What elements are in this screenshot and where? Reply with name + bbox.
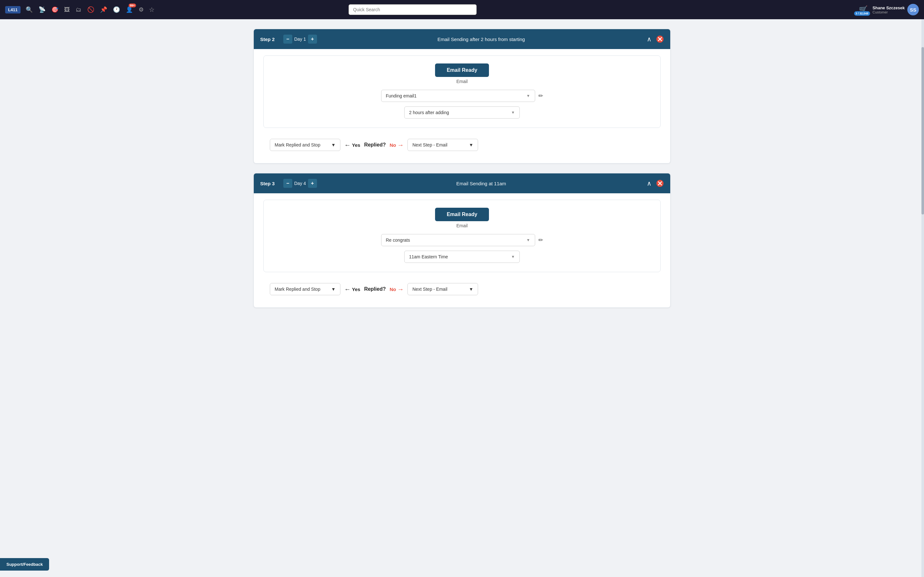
step2-no-label: No <box>389 142 396 148</box>
step3-label: Step 3 <box>260 181 279 186</box>
step2-replied-row: Mark Replied and Stop ▼ ← Yes Replied? N… <box>263 134 661 155</box>
step3-email-selects: Re congrats ▼ ✏ 11am Eastern Time ▼ <box>273 234 651 263</box>
step3-no-label: No <box>389 287 396 292</box>
badge-icon-wrap: 👤 99+ <box>126 6 133 13</box>
step2-body: Email Ready Email Funding email1 ▼ ✏ 2 h… <box>254 49 670 163</box>
step3-no-value: Next Step - Email <box>412 287 447 292</box>
step2-time-value: 2 hours after adding <box>409 110 449 115</box>
support-feedback-btn[interactable]: Support/Feedback <box>0 558 49 571</box>
step2-day-minus[interactable]: − <box>283 35 292 44</box>
step3-replied-label: Replied? <box>364 286 386 292</box>
step2-label: Step 2 <box>260 37 279 42</box>
step3-body: Email Ready Email Re congrats ▼ ✏ 11am E… <box>254 193 670 308</box>
notification-badge: 99+ <box>129 3 136 7</box>
scrollbar-track <box>921 19 924 577</box>
step2-email-dropdown[interactable]: Funding email1 ▼ <box>381 90 535 102</box>
step3-email-dropdown[interactable]: Re congrats ▼ <box>381 234 535 246</box>
step3-no-arrow: No → <box>389 285 404 293</box>
feed-icon[interactable]: 📡 <box>39 6 45 13</box>
step3-no-dropdown[interactable]: Next Step - Email ▼ <box>407 283 478 295</box>
step2-header-actions: ∧ <box>646 34 664 44</box>
scrollbar-thumb[interactable] <box>921 47 924 214</box>
step2-right-arrow-icon: → <box>397 141 404 149</box>
user-text: Shane Szczesek Customer <box>873 5 905 14</box>
favorite-icon[interactable]: ☆ <box>149 6 155 13</box>
step3-day-plus[interactable]: + <box>308 179 317 188</box>
step3-yes-arrow: ← Yes <box>344 285 360 293</box>
step3-email-ready-card: Email Ready Email Re congrats ▼ ✏ 11am E… <box>263 200 661 272</box>
cart-icon-wrap[interactable]: 🛒 3 / 32,048 <box>859 5 867 14</box>
step3-right-arrow-icon: → <box>397 285 404 293</box>
user-role: Customer <box>873 10 905 14</box>
avatar[interactable]: SS <box>907 4 919 15</box>
step3-delete-btn[interactable] <box>656 179 664 187</box>
user-name: Shane Szczesek <box>873 5 905 10</box>
pin-icon[interactable]: 📌 <box>100 6 107 13</box>
step3-email-ready-btn[interactable]: Email Ready <box>435 208 489 221</box>
clock-icon[interactable]: 🕐 <box>113 6 120 13</box>
step2-yes-dropdown[interactable]: Mark Replied and Stop ▼ <box>270 139 341 151</box>
step3-header: Step 3 − Day 4 + Email Sending at 11am ∧ <box>254 173 670 193</box>
gear-icon[interactable]: ⚙ <box>139 6 144 13</box>
step3-day-ctrl: − Day 4 + <box>283 179 317 188</box>
step3-email-type: Email <box>456 223 467 228</box>
step2-time-dropdown[interactable]: 2 hours after adding ▼ <box>404 106 520 119</box>
step3-email-select-row: Re congrats ▼ ✏ <box>381 234 543 246</box>
no-icon[interactable]: 🚫 <box>87 6 94 13</box>
step2-email-value: Funding email1 <box>386 93 417 98</box>
app-id[interactable]: L411 <box>5 6 21 13</box>
step2-card: Step 2 − Day 1 + Email Sending after 2 h… <box>254 29 670 163</box>
step2-collapse-btn[interactable]: ∧ <box>646 34 653 44</box>
step3-yes-chevron: ▼ <box>331 287 336 292</box>
step3-header-actions: ∧ <box>646 178 664 189</box>
step3-left-arrow-icon: ← <box>344 285 351 293</box>
search-icon[interactable]: 🔍 <box>26 6 33 13</box>
step3-time-value: 11am Eastern Time <box>409 254 448 259</box>
step2-yes-arrow: ← Yes <box>344 141 360 149</box>
step2-time-select-row: 2 hours after adding ▼ <box>404 106 520 119</box>
step2-email-select-row: Funding email1 ▼ ✏ <box>381 90 543 102</box>
step3-card: Step 3 − Day 4 + Email Sending at 11am ∧ <box>254 173 670 308</box>
step2-day: Day 1 <box>294 37 306 42</box>
step2-yes-value: Mark Replied and Stop <box>275 142 320 147</box>
step2-yes-chevron: ▼ <box>331 142 336 147</box>
step3-edit-icon[interactable]: ✏ <box>538 237 543 243</box>
image-icon[interactable]: 🖼 <box>64 6 70 13</box>
step3-day: Day 4 <box>294 181 306 186</box>
step2-email-selects: Funding email1 ▼ ✏ 2 hours after adding … <box>273 90 651 119</box>
step2-edit-icon[interactable]: ✏ <box>538 92 543 99</box>
step3-time-select-row: 11am Eastern Time ▼ <box>404 251 520 263</box>
search-input[interactable] <box>349 4 477 15</box>
step2-yes-label: Yes <box>352 142 360 148</box>
step2-email-ready-card: Email Ready Email Funding email1 ▼ ✏ 2 h… <box>263 55 661 128</box>
topnav-right: 🛒 3 / 32,048 Shane Szczesek Customer SS <box>859 4 919 15</box>
step2-no-value: Next Step - Email <box>412 142 447 147</box>
step3-collapse-btn[interactable]: ∧ <box>646 178 653 189</box>
cart-badge: 3 / 32,048 <box>854 11 870 16</box>
step2-time-chevron: ▼ <box>511 110 515 115</box>
step2-email-chevron: ▼ <box>527 93 530 98</box>
step3-email-value: Re congrats <box>386 237 410 243</box>
main-content: Step 2 − Day 1 + Email Sending after 2 h… <box>237 19 687 327</box>
step3-title: Email Sending at 11am <box>321 181 642 186</box>
step3-day-minus[interactable]: − <box>283 179 292 188</box>
step2-delete-btn[interactable] <box>656 35 664 43</box>
step3-time-chevron: ▼ <box>511 255 515 259</box>
top-navigation: L411 🔍 📡 🎯 🖼 🗂 🚫 📌 🕐 👤 99+ ⚙ ☆ 🛒 3 / 32,… <box>0 0 924 19</box>
step3-email-chevron: ▼ <box>527 238 530 242</box>
step2-no-arrow: No → <box>389 141 404 149</box>
step2-day-plus[interactable]: + <box>308 35 317 44</box>
step3-yes-label: Yes <box>352 287 360 292</box>
step3-time-dropdown[interactable]: 11am Eastern Time ▼ <box>404 251 520 263</box>
step2-email-ready-btn[interactable]: Email Ready <box>435 63 489 77</box>
step2-replied-label: Replied? <box>364 142 386 148</box>
search-container <box>349 4 477 15</box>
target-icon[interactable]: 🎯 <box>51 6 58 13</box>
step2-no-dropdown[interactable]: Next Step - Email ▼ <box>407 139 478 151</box>
step3-yes-value: Mark Replied and Stop <box>275 287 320 292</box>
step2-title: Email Sending after 2 hours from startin… <box>321 37 642 42</box>
step2-email-type: Email <box>456 79 467 84</box>
layers-icon[interactable]: 🗂 <box>76 6 81 13</box>
step3-no-chevron: ▼ <box>469 287 473 292</box>
step3-yes-dropdown[interactable]: Mark Replied and Stop ▼ <box>270 283 341 295</box>
